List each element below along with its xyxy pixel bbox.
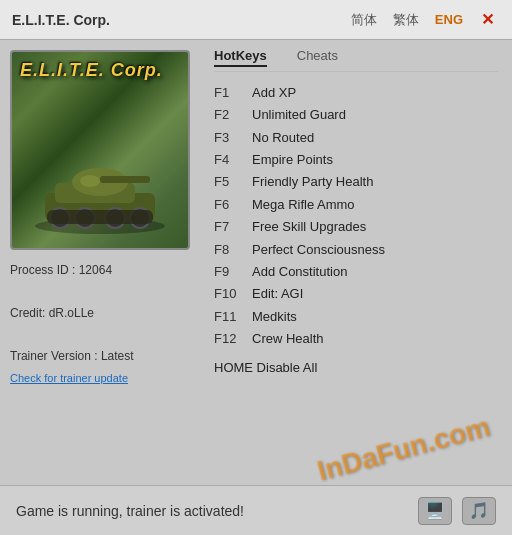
tab-bar: HotKeys Cheats [214,48,498,72]
svg-rect-9 [47,210,153,224]
monitor-icon[interactable]: 🖥️ [418,497,452,525]
hotkey-key: F9 [214,261,252,283]
close-button[interactable]: ✕ [475,8,500,31]
update-link[interactable]: Check for trainer update [10,372,128,384]
hotkey-row: F12Crew Health [214,328,498,350]
svg-point-10 [80,175,100,187]
process-id: Process ID : 12064 [10,260,190,282]
hotkey-label: Edit: AGI [252,283,303,305]
hotkey-row: F6Mega Rifle Ammo [214,194,498,216]
hotkey-row: F11Medkits [214,306,498,328]
home-disable-all: HOME Disable All [214,360,498,375]
hotkey-label: Friendly Party Health [252,171,373,193]
game-cover-image: E.L.I.T.E. Corp. [10,50,190,250]
main-content: E.L.I.T.E. Corp. [0,40,512,485]
hotkey-label: Add XP [252,82,296,104]
left-panel: E.L.I.T.E. Corp. [0,40,200,485]
hotkey-label: Empire Points [252,149,333,171]
tab-hotkeys[interactable]: HotKeys [214,48,267,67]
hotkey-label: No Routed [252,127,314,149]
hotkey-key: F5 [214,171,252,193]
process-info: Process ID : 12064 Credit: dR.oLLe Train… [10,260,190,390]
hotkey-row: F10Edit: AGI [214,283,498,305]
hotkey-key: F2 [214,104,252,126]
hotkey-row: F9Add Constitution [214,261,498,283]
music-icon[interactable]: 🎵 [462,497,496,525]
hotkey-key: F6 [214,194,252,216]
hotkey-label: Unlimited Guard [252,104,346,126]
hotkeys-list: F1Add XPF2Unlimited GuardF3No RoutedF4Em… [214,82,498,350]
lang-simplified[interactable]: 简体 [347,9,381,31]
title-bar: E.L.I.T.E. Corp. 简体 繁体 ENG ✕ [0,0,512,40]
hotkey-key: F12 [214,328,252,350]
right-panel: HotKeys Cheats F1Add XPF2Unlimited Guard… [200,40,512,485]
hotkey-label: Perfect Consciousness [252,239,385,261]
game-cover-title: E.L.I.T.E. Corp. [20,60,163,81]
hotkey-row: F8Perfect Consciousness [214,239,498,261]
trainer-version: Trainer Version : Latest [10,346,190,368]
hotkey-key: F11 [214,306,252,328]
language-controls: 简体 繁体 ENG ✕ [347,8,500,31]
hotkey-row: F3No Routed [214,127,498,149]
status-icons: 🖥️ 🎵 [418,497,496,525]
hotkey-row: F2Unlimited Guard [214,104,498,126]
app-title: E.L.I.T.E. Corp. [12,12,110,28]
status-bar: Game is running, trainer is activated! 🖥… [0,485,512,535]
hotkey-label: Medkits [252,306,297,328]
hotkey-label: Add Constitution [252,261,347,283]
hotkey-label: Free Skill Upgrades [252,216,366,238]
hotkey-row: F7Free Skill Upgrades [214,216,498,238]
hotkey-key: F10 [214,283,252,305]
lang-traditional[interactable]: 繁体 [389,9,423,31]
credit: Credit: dR.oLLe [10,303,190,325]
hotkey-row: F1Add XP [214,82,498,104]
hotkey-label: Crew Health [252,328,324,350]
hotkey-row: F4Empire Points [214,149,498,171]
hotkey-row: F5Friendly Party Health [214,171,498,193]
hotkey-key: F1 [214,82,252,104]
tab-cheats[interactable]: Cheats [297,48,338,67]
hotkey-key: F7 [214,216,252,238]
hotkey-key: F8 [214,239,252,261]
hotkey-key: F3 [214,127,252,149]
svg-rect-4 [100,176,150,183]
hotkey-label: Mega Rifle Ammo [252,194,355,216]
hotkey-key: F4 [214,149,252,171]
status-message: Game is running, trainer is activated! [16,503,244,519]
tank-illustration [25,138,175,238]
lang-english[interactable]: ENG [431,10,467,29]
